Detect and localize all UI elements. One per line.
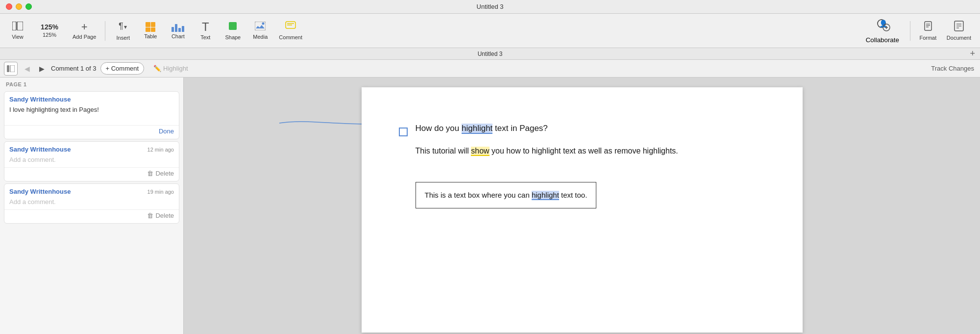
format-label: Format [919, 35, 936, 41]
comment-anchor [399, 128, 408, 136]
comment-footer-1: Done [4, 125, 179, 139]
pencil-icon: ✏️ [153, 65, 161, 72]
maximize-button[interactable] [25, 3, 32, 10]
window-title: Untitled 3 [477, 3, 504, 10]
collaborate-icon: 👤 [875, 18, 890, 35]
delete-button-3[interactable]: 🗑 Delete [147, 212, 174, 219]
insert-button[interactable]: ¶ ▾ Insert [110, 17, 136, 45]
svg-rect-16 [925, 22, 931, 30]
comment-author-3: Sandy Writtenhouse [9, 188, 71, 195]
svg-rect-24 [7, 65, 9, 72]
add-page-button[interactable]: + Add Page [69, 17, 100, 45]
zoom-button[interactable]: 125% 125% [32, 17, 67, 45]
comment-nav-text: Comment 1 of 3 [51, 65, 97, 72]
text-label: Text [200, 34, 210, 40]
comment-author-2: Sandy Writtenhouse [9, 146, 71, 153]
next-comment-button[interactable]: ▶ [36, 63, 47, 74]
svg-text:¶: ¶ [119, 21, 123, 31]
svg-rect-0 [12, 22, 16, 30]
toolbar-divider-1 [105, 21, 105, 41]
sidebar-toggle-button[interactable] [4, 62, 18, 76]
chart-label: Chart [172, 33, 185, 39]
shape-icon [228, 21, 238, 33]
insert-label: Insert [117, 35, 130, 41]
document-button[interactable]: Document [943, 17, 975, 45]
svg-rect-1 [17, 22, 23, 30]
main-content: PAGE 1 Sandy Writtenhouse I love highlig… [0, 77, 980, 334]
zoom-label: 125% [43, 32, 56, 38]
comment-footer-3: 🗑 Delete [4, 209, 179, 223]
doc-line2-highlight: show [471, 147, 489, 156]
comment-body-1: I love highlighting text in Pages! [4, 105, 179, 125]
comment-footer-2: 🗑 Delete [4, 167, 179, 181]
add-comment-button[interactable]: + Comment [100, 62, 145, 75]
comment-header-3: Sandy Writtenhouse 19 min ago [4, 184, 179, 197]
document-area: How do you highlight text in Pages? This… [184, 77, 980, 334]
doc-line-2: This tutorial will show you how to highl… [416, 145, 763, 157]
prev-comment-button[interactable]: ◀ [22, 63, 32, 74]
text-icon: T [202, 21, 209, 33]
done-button-1[interactable]: Done [159, 128, 174, 135]
table-button[interactable]: Table [138, 17, 163, 45]
highlight-button[interactable]: ✏️ Highlight [148, 62, 194, 75]
comment-header-1: Sandy Writtenhouse [4, 92, 179, 105]
comment-button[interactable]: Comment [275, 17, 306, 45]
svg-rect-4 [229, 22, 237, 30]
comment-label: Comment [279, 34, 302, 40]
page-label: PAGE 1 [0, 77, 183, 89]
doc-line1-after: text in Pages? [492, 124, 547, 133]
doc-title: Untitled 3 [478, 51, 503, 57]
comment-card-1: Sandy Writtenhouse I love highlighting t… [4, 91, 179, 139]
view-icon [12, 22, 23, 32]
svg-point-6 [262, 23, 265, 25]
traffic-lights [6, 3, 32, 10]
comment-time-3: 19 min ago [147, 189, 174, 195]
svg-text:▾: ▾ [124, 24, 127, 30]
document-label: Document [947, 35, 971, 41]
doc-line2-before: This tutorial will [416, 147, 471, 155]
collaborate-button[interactable]: 👤 Collaborate [860, 17, 905, 45]
comment-author-1: Sandy Writtenhouse [9, 96, 71, 103]
trash-icon-3: 🗑 [147, 212, 153, 219]
chart-button[interactable]: Chart [165, 17, 191, 45]
comment-placeholder-2[interactable]: Add a comment. [4, 155, 179, 167]
title-bar: Untitled 3 [0, 0, 980, 14]
view-button[interactable]: View [5, 17, 30, 45]
delete-button-2[interactable]: 🗑 Delete [147, 170, 174, 177]
media-icon [255, 22, 266, 32]
textbox-after: text too. [559, 191, 588, 199]
comment-card-2: Sandy Writtenhouse 12 min ago Add a comm… [4, 141, 179, 181]
comment-time-2: 12 min ago [147, 147, 174, 153]
track-changes-button[interactable]: Track Changes [931, 65, 974, 72]
close-button[interactable] [6, 3, 12, 10]
collaborate-label: Collaborate [866, 36, 899, 44]
text-button[interactable]: T Text [193, 17, 218, 45]
highlight-label: Highlight [163, 65, 188, 72]
svg-rect-25 [10, 65, 15, 72]
chart-icon [172, 22, 184, 32]
doc-line1-before: How do you [416, 124, 462, 133]
format-button[interactable]: Format [915, 17, 941, 45]
document-icon [954, 21, 964, 33]
doc-title-bar: Untitled 3 + [0, 48, 980, 60]
insert-icon: ¶ ▾ [118, 21, 128, 33]
table-label: Table [144, 33, 157, 39]
trash-icon-2: 🗑 [147, 170, 153, 177]
view-label: View [12, 34, 24, 40]
media-button[interactable]: Media [247, 17, 273, 45]
comment-textarea-1[interactable]: I love highlighting text in Pages! [9, 106, 174, 121]
main-toolbar: View 125% 125% + Add Page ¶ ▾ Insert [0, 14, 980, 48]
textbox-highlight: highlight [532, 191, 559, 200]
document-page: How do you highlight text in Pages? This… [362, 87, 803, 333]
minimize-button[interactable] [16, 3, 22, 10]
add-sheet-icon[interactable]: + [970, 49, 975, 59]
add-page-label: Add Page [73, 34, 96, 40]
doc-line-1: How do you highlight text in Pages? [416, 122, 763, 135]
textbox-before: This is a text box where you can [425, 191, 532, 199]
media-label: Media [253, 34, 268, 40]
comment-header-2: Sandy Writtenhouse 12 min ago [4, 142, 179, 155]
shape-button[interactable]: Shape [220, 17, 245, 45]
comment-placeholder-3[interactable]: Add a comment. [4, 197, 179, 209]
add-page-icon: + [81, 22, 88, 32]
toolbar-divider-2 [910, 21, 910, 41]
